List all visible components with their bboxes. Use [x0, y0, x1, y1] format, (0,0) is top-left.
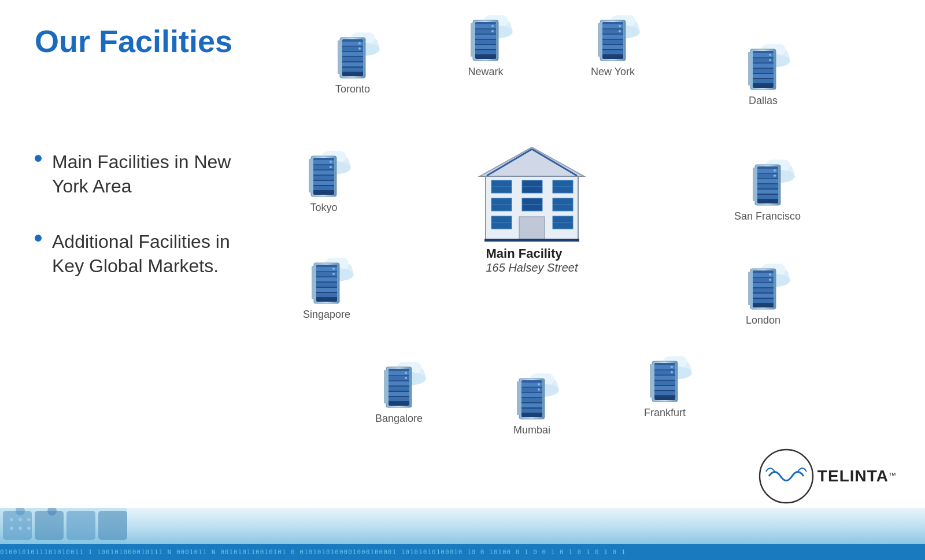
frankfurt-label: Frankfurt [644, 407, 686, 419]
svg-rect-128 [757, 190, 778, 194]
svg-point-16 [358, 47, 361, 50]
svg-rect-218 [654, 386, 675, 390]
new-york-label: New York [591, 66, 635, 78]
bangalore-label: Bangalore [375, 413, 423, 425]
svg-rect-162 [753, 283, 774, 287]
facility-san-francisco: San Francisco [734, 156, 801, 222]
facility-london: London [734, 260, 792, 327]
facility-singapore: Singapore [298, 254, 356, 321]
telinta-logo: TELINTA™ [757, 447, 896, 505]
svg-point-234 [18, 526, 22, 530]
svg-point-148 [332, 268, 335, 270]
svg-rect-146 [316, 288, 337, 292]
facility-toronto: Toronto [324, 29, 382, 95]
london-label: London [746, 314, 780, 327]
facility-tokyo: Tokyo [295, 147, 353, 214]
svg-point-70 [769, 59, 771, 61]
svg-rect-35 [471, 23, 474, 57]
svg-rect-89 [309, 159, 312, 192]
facility-dallas: Dallas [734, 40, 792, 107]
mumbai-label: Mumbai [513, 424, 550, 436]
svg-rect-66 [753, 69, 774, 73]
svg-rect-164 [753, 294, 774, 298]
svg-point-202 [538, 383, 540, 385]
svg-rect-84 [313, 176, 334, 180]
svg-rect-181 [388, 387, 409, 391]
svg-rect-71 [748, 52, 752, 86]
svg-rect-182 [388, 392, 409, 396]
svg-rect-165 [753, 299, 774, 303]
bangalore-icon [370, 358, 428, 410]
svg-rect-11 [342, 52, 363, 56]
svg-rect-29 [475, 35, 496, 39]
svg-rect-85 [313, 181, 334, 185]
svg-rect-17 [338, 40, 341, 74]
svg-rect-53 [598, 23, 601, 57]
svg-point-34 [491, 30, 494, 32]
svg-rect-180 [388, 381, 409, 385]
bullet-item-1: Main Facilities in New York Area [35, 150, 260, 198]
bullet-dot-2 [35, 235, 42, 242]
svg-rect-30 [475, 40, 496, 44]
svg-point-131 [774, 175, 776, 177]
svg-point-15 [358, 42, 361, 44]
svg-point-232 [27, 518, 31, 521]
svg-rect-129 [757, 195, 778, 199]
mumbai-icon [503, 370, 561, 422]
frankfurt-icon [636, 353, 694, 405]
svg-point-51 [619, 25, 621, 27]
telinta-logo-icon [757, 447, 815, 505]
svg-rect-32 [475, 50, 496, 54]
bullet-section: Main Facilities in New York Area Additio… [35, 150, 260, 310]
facility-frankfurt: Frankfurt [636, 353, 694, 419]
svg-rect-168 [748, 272, 752, 305]
telinta-tm: ™ [889, 471, 896, 480]
svg-rect-14 [342, 68, 363, 72]
svg-point-130 [774, 169, 776, 172]
bullet-item-2: Additional Facilities in Key Global Mark… [35, 230, 260, 278]
svg-point-185 [405, 377, 407, 379]
svg-rect-114 [484, 239, 579, 242]
svg-rect-48 [602, 40, 623, 44]
svg-marker-91 [480, 147, 584, 176]
toronto-icon [324, 29, 382, 81]
svg-rect-108 [519, 217, 545, 240]
svg-point-87 [330, 161, 332, 163]
map-area: Toronto [249, 0, 925, 509]
svg-rect-126 [757, 179, 778, 183]
svg-point-230 [10, 518, 13, 521]
bottom-binary-bar: 0100101011101010011 1 100101000010111 N … [0, 544, 925, 560]
svg-rect-86 [313, 186, 334, 190]
newark-icon [457, 12, 515, 64]
london-icon [734, 260, 792, 312]
svg-rect-183 [388, 397, 409, 401]
svg-rect-47 [602, 35, 623, 39]
svg-rect-200 [521, 403, 542, 407]
svg-rect-67 [753, 74, 774, 78]
svg-rect-204 [517, 381, 520, 415]
svg-rect-227 [98, 511, 127, 540]
new-york-icon [584, 12, 642, 64]
svg-point-233 [10, 526, 13, 530]
svg-point-231 [18, 518, 22, 521]
svg-point-235 [27, 526, 31, 530]
tokyo-label: Tokyo [310, 202, 337, 214]
svg-rect-199 [521, 398, 542, 402]
toronto-label: Toronto [335, 83, 370, 95]
svg-point-149 [332, 273, 335, 275]
svg-rect-13 [342, 62, 363, 66]
svg-point-203 [538, 388, 540, 391]
tokyo-icon [295, 147, 353, 199]
svg-rect-224 [3, 511, 32, 540]
telinta-name: TELINTA [817, 467, 889, 485]
singapore-icon [298, 254, 356, 306]
binary-text: 0100101011101010011 1 100101000010111 N … [0, 548, 626, 556]
svg-point-69 [769, 54, 771, 56]
svg-rect-226 [66, 511, 95, 540]
svg-rect-50 [602, 50, 623, 54]
singapore-label: Singapore [303, 309, 350, 321]
svg-point-184 [405, 372, 407, 374]
newark-label: Newark [468, 66, 503, 78]
svg-point-33 [491, 25, 494, 27]
svg-point-236 [760, 450, 813, 503]
